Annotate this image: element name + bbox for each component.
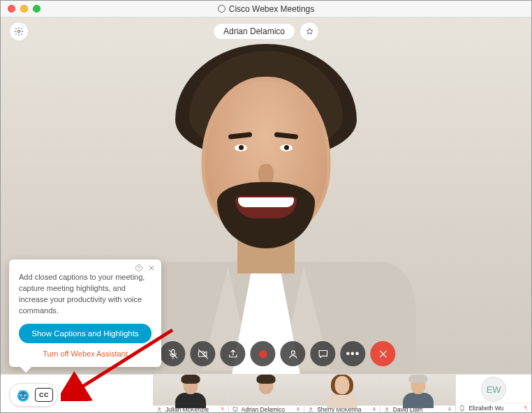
- show-captions-button[interactable]: Show Captions and Highlights: [19, 324, 152, 343]
- participant-thumbnail[interactable]: Adrian Delamico: [228, 375, 304, 412]
- turn-off-assistant-link[interactable]: Turn off Webex Assistant: [19, 349, 152, 360]
- svg-point-7: [24, 395, 26, 396]
- participant-strip: Julian McKenzie Adrian Delamico Sherry M…: [1, 374, 531, 412]
- svg-point-13: [310, 408, 312, 410]
- participant-thumbnail[interactable]: David Liam: [380, 375, 456, 412]
- mic-icon: [295, 406, 301, 412]
- participant-icon: [383, 406, 390, 412]
- record-icon: [259, 350, 267, 358]
- microphone-off-icon: [167, 348, 179, 360]
- window-minimize-button[interactable]: [20, 5, 28, 13]
- record-button[interactable]: [250, 341, 275, 366]
- svg-rect-12: [233, 407, 237, 410]
- participant-icon: [156, 406, 163, 412]
- window-close-button[interactable]: [8, 5, 15, 13]
- device-icon: [459, 405, 466, 412]
- close-icon: [377, 348, 389, 360]
- app-window: Cisco Webex Meetings Adrian Delamico: [0, 0, 532, 413]
- mic-icon: [371, 406, 377, 412]
- video-button[interactable]: [190, 341, 215, 366]
- closed-captions-button[interactable]: CC: [35, 388, 53, 402]
- assistant-pill: CC: [9, 383, 58, 407]
- tooltip-text: Add closed captions to your meeting, cap…: [19, 272, 152, 317]
- camera-off-icon: [197, 348, 209, 360]
- participant-name: Adrian Delamico: [242, 406, 293, 412]
- mic-muted-icon: [523, 405, 529, 412]
- presenter-icon: [232, 406, 239, 412]
- active-speaker-name[interactable]: Adrian Delamico: [213, 23, 295, 40]
- star-icon: [305, 27, 314, 36]
- pin-speaker-button[interactable]: [300, 22, 319, 41]
- speaker-name-bar: Adrian Delamico: [1, 22, 531, 41]
- participant-thumbnail[interactable]: Julian McKenzie: [153, 375, 228, 412]
- assistant-tooltip: Add closed captions to your meeting, cap…: [9, 260, 161, 367]
- titlebar: Cisco Webex Meetings: [1, 1, 531, 17]
- more-button[interactable]: •••: [340, 341, 365, 366]
- svg-point-8: [19, 390, 20, 391]
- mic-icon: [447, 406, 452, 412]
- participant-icon: [307, 406, 314, 412]
- window-title-text: Cisco Webex Meetings: [229, 4, 315, 14]
- mic-muted-icon: [220, 406, 226, 412]
- share-button[interactable]: [220, 341, 245, 366]
- webex-assistant-button[interactable]: [14, 386, 32, 404]
- svg-point-6: [20, 395, 22, 396]
- participant-thumbnail[interactable]: Sherry McKenna: [304, 375, 380, 412]
- close-icon[interactable]: [147, 264, 156, 276]
- svg-point-9: [27, 389, 28, 391]
- participants-button[interactable]: [280, 341, 305, 366]
- window-maximize-button[interactable]: [33, 5, 40, 13]
- end-meeting-button[interactable]: [370, 341, 395, 366]
- meeting-controls: •••: [160, 341, 395, 366]
- svg-point-14: [386, 408, 388, 410]
- ellipsis-icon: •••: [346, 347, 360, 360]
- participant-thumbnail[interactable]: EW Elizabeth Wu: [455, 375, 531, 412]
- participant-name: Elizabeth Wu: [468, 405, 520, 412]
- help-icon[interactable]: [135, 264, 143, 276]
- participants-icon: [287, 348, 299, 360]
- share-icon: [227, 348, 239, 360]
- assistant-robot-icon: [15, 386, 31, 403]
- webex-logo-icon: [218, 5, 226, 13]
- avatar: EW: [481, 377, 506, 402]
- chat-icon: [317, 348, 329, 360]
- mute-button[interactable]: [160, 341, 185, 366]
- window-title: Cisco Webex Meetings: [1, 4, 531, 14]
- svg-point-11: [158, 408, 161, 410]
- chat-button[interactable]: [310, 341, 335, 366]
- window-controls: [1, 5, 40, 13]
- svg-point-10: [291, 350, 295, 354]
